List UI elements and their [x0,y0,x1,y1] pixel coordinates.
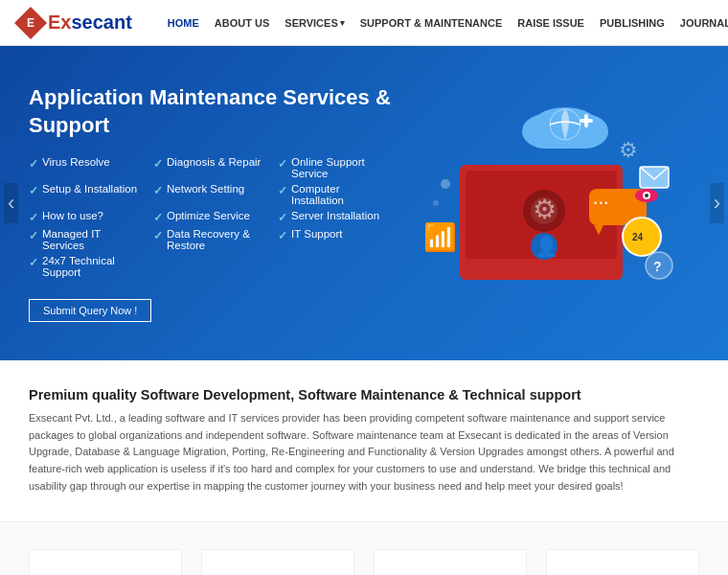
service-item-24x7: 24x7 Technical Support [29,255,144,278]
service-card-setup: Setup & Installation [201,549,354,575]
hero-banner: ‹ Application Maintenance Services & Sup… [0,46,728,360]
service-item-computer: Computer Installation [278,183,393,206]
svg-rect-7 [584,114,588,127]
nav-publishing[interactable]: PUBLISHING [593,13,671,33]
services-grid: ✓ Virus Resolve [29,549,699,575]
logo-text: Exsecant [48,12,132,34]
svg-text:⚙: ⚙ [533,195,557,224]
description-body: Exsecant Pvt. Ltd., a leading software a… [29,410,699,494]
svg-text:• • •: • • • [594,198,607,208]
virus-resolve-icon: ✓ [62,572,148,575]
hero-content: Application Maintenance Services & Suppo… [29,84,393,322]
service-item-diagnosis: Diagnosis & Repair [153,156,268,179]
hero-illustration: ⚙ 👤 • • • 24 📶 ⚙ ? [393,98,699,309]
svg-point-23 [645,194,648,197]
service-item-network: Network Setting [153,183,268,206]
description-heading: Premium quality Software Development, So… [29,387,699,402]
nav-about[interactable]: ABOUT US [208,13,276,33]
setup-icon-area [212,569,344,575]
submit-query-button[interactable]: Submit Query Now ! [29,299,151,322]
service-item-setup: Setup & Installation [29,183,144,206]
service-item-data-recovery: Data Recovery & Restore [153,228,268,251]
service-item-howto: How to use? [29,210,144,224]
description-section: Premium quality Software Development, So… [0,360,728,522]
service-item-optimize: Optimize Service [153,210,268,224]
logo-diamond-icon [14,7,47,39]
logo[interactable]: Exsecant [19,12,132,34]
service-card-managed: Managed IT Services [546,549,699,575]
service-card-howto: How to use? Finding it difficult to use … [374,549,527,575]
virus-resolve-icon-area: ✓ [39,569,171,575]
svg-point-29 [433,200,439,206]
svg-text:⚙: ⚙ [619,138,638,162]
service-item-server: Server Installation [278,210,393,224]
svg-text:24: 24 [632,232,644,242]
nav-support[interactable]: SUPPORT & MAINTENANCE [353,13,510,33]
services-section: ✓ Virus Resolve [0,522,728,575]
managed-it-icon [580,572,666,575]
howto-icon [407,572,493,575]
howto-icon-area [384,569,516,575]
managed-icon-area [557,569,689,575]
nav-journal[interactable]: JOURNAL [673,13,728,33]
service-item-managed: Managed IT Services [29,228,144,251]
hero-services-list: Virus Resolve Diagnosis & Repair Online … [29,156,393,278]
site-header: Exsecant HOME ABOUT US SERVICES SUPPORT … [0,0,728,46]
svg-text:👤: 👤 [535,235,558,258]
nav-raise[interactable]: RAISE ISSUE [511,13,591,33]
service-card-virus: ✓ Virus Resolve [29,549,182,575]
svg-text:📶: 📶 [423,221,457,253]
setup-icon [235,572,321,575]
svg-text:?: ? [653,259,662,274]
nav-services[interactable]: SERVICES [278,13,351,33]
nav-home[interactable]: HOME [161,13,206,33]
service-item-virus: Virus Resolve [29,156,144,179]
main-nav: HOME ABOUT US SERVICES SUPPORT & MAINTEN… [161,13,728,33]
service-item-online: Online Support Service [278,156,393,179]
hero-prev-button[interactable]: ‹ [4,183,18,223]
service-item-it-support: IT Support [278,228,393,251]
hero-heading: Application Maintenance Services & Suppo… [29,84,393,139]
hero-illustration-svg: ⚙ 👤 • • • 24 📶 ⚙ ? [402,98,690,309]
hero-next-button[interactable]: › [710,183,724,223]
svg-point-28 [441,179,450,189]
